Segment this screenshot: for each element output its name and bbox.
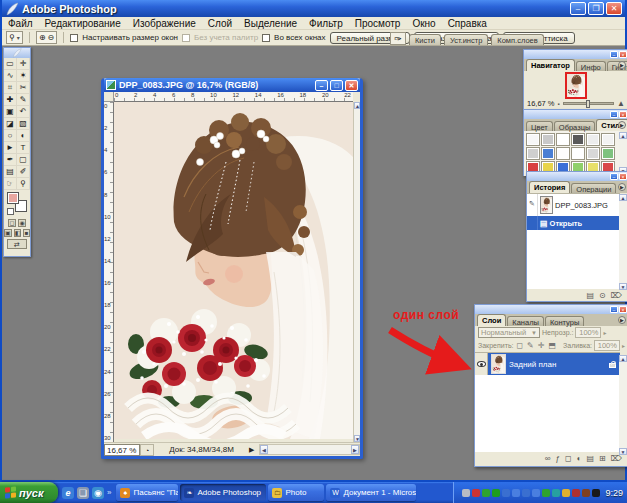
- tray-icon[interactable]: [462, 489, 470, 497]
- foreground-color-swatch[interactable]: [7, 192, 19, 204]
- vertical-scrollbar[interactable]: ▲ ▼: [353, 102, 360, 442]
- tab-brushes[interactable]: Кисти: [409, 34, 441, 45]
- styles-scrollbar[interactable]: ▲ ▼: [619, 132, 627, 174]
- menu-window[interactable]: Окно: [406, 18, 441, 29]
- tool-lasso[interactable]: ∿: [4, 70, 17, 82]
- tool-magic-wand[interactable]: ✶: [17, 70, 30, 82]
- layer-group-icon[interactable]: ▤: [586, 454, 594, 463]
- lock-all-icon[interactable]: ⬒: [549, 341, 557, 350]
- clock[interactable]: 9:29: [605, 488, 623, 498]
- tool-notes[interactable]: ▤: [4, 166, 17, 178]
- tray-icon[interactable]: [582, 489, 590, 497]
- fullscreen-button[interactable]: ■: [23, 229, 30, 237]
- opacity-arrow-icon[interactable]: ▸: [603, 329, 606, 336]
- doc-close-button[interactable]: ✕: [345, 80, 358, 91]
- fill-arrow-icon[interactable]: ▸: [622, 342, 625, 349]
- menu-image[interactable]: Изображение: [127, 18, 202, 29]
- standard-screen-button[interactable]: ▣: [4, 229, 12, 237]
- palette-close-icon[interactable]: ×: [619, 51, 627, 58]
- imageready-button[interactable]: ⇄: [7, 239, 27, 249]
- scroll-up-icon[interactable]: ▲: [619, 355, 627, 362]
- tab-tool-presets[interactable]: Уст.инстр: [444, 34, 488, 45]
- palette-close-icon[interactable]: ×: [619, 111, 627, 118]
- zoom-level-field[interactable]: 16,67 %: [104, 444, 140, 456]
- layer-mask-icon[interactable]: ◻: [565, 454, 572, 463]
- scroll-down-icon[interactable]: ▼: [619, 448, 627, 455]
- navigator-preview[interactable]: [524, 71, 627, 99]
- tray-icon[interactable]: [512, 489, 520, 497]
- tray-icon[interactable]: [592, 489, 600, 497]
- minimize-button[interactable]: –: [570, 2, 586, 15]
- menu-file[interactable]: Файл: [2, 18, 39, 29]
- fill-field[interactable]: 100%: [594, 340, 620, 351]
- zoom-in-large-icon[interactable]: ▲: [617, 99, 625, 108]
- zoom-in-button[interactable]: ⊕: [39, 33, 46, 42]
- lock-position-icon[interactable]: ✛: [538, 341, 545, 350]
- layers-scrollbar[interactable]: ▲ ▼: [619, 355, 627, 455]
- tool-clone-stamp[interactable]: ▣: [4, 106, 17, 118]
- menu-select[interactable]: Выделение: [238, 18, 303, 29]
- zoom-all-windows-checkbox[interactable]: [262, 34, 270, 42]
- chevron-down-icon[interactable]: ▾: [17, 34, 20, 41]
- style-swatch[interactable]: [571, 133, 585, 146]
- current-tool-well[interactable]: ⚲ ▾: [6, 31, 23, 44]
- palette-menu-icon[interactable]: ▶: [618, 121, 626, 129]
- palette-minimize-icon[interactable]: –: [610, 173, 618, 180]
- navigator-zoom-value[interactable]: 16,67 %: [527, 99, 555, 108]
- media-player-icon[interactable]: ◉: [92, 487, 104, 499]
- layer-row-background[interactable]: Задний план: [475, 353, 620, 375]
- layer-style-icon[interactable]: ƒ: [555, 454, 559, 463]
- history-state-row[interactable]: ▤ Открыть: [527, 216, 620, 230]
- menu-layer[interactable]: Слой: [202, 18, 238, 29]
- tab-navigator[interactable]: Навигатор: [526, 59, 575, 71]
- tray-icon[interactable]: [492, 489, 500, 497]
- visibility-cell[interactable]: [475, 353, 488, 375]
- status-menu-arrow-icon[interactable]: ▶: [249, 446, 259, 454]
- tool-shape[interactable]: ▢: [17, 154, 30, 166]
- lock-transparency-icon[interactable]: ◻: [516, 341, 523, 350]
- style-swatch[interactable]: [526, 147, 540, 160]
- tab-layer-comps[interactable]: Комп.слоев: [491, 34, 543, 45]
- menu-filter[interactable]: Фильтр: [303, 18, 349, 29]
- navigator-view-box[interactable]: [565, 72, 587, 99]
- tray-icon[interactable]: [562, 489, 570, 497]
- tab-channels[interactable]: Каналы: [507, 316, 544, 326]
- palette-close-icon[interactable]: ×: [619, 173, 627, 180]
- eye-icon[interactable]: [477, 361, 486, 367]
- tab-paths[interactable]: Контуры: [545, 316, 584, 326]
- tool-type[interactable]: T: [17, 142, 30, 154]
- tool-marquee[interactable]: ▭: [4, 58, 17, 70]
- tool-healing-brush[interactable]: ✚: [4, 94, 17, 106]
- start-button[interactable]: пуск: [0, 482, 58, 503]
- tab-swatches[interactable]: Образцы: [554, 121, 596, 131]
- menu-help[interactable]: Справка: [442, 18, 493, 29]
- scroll-up-icon[interactable]: ▲: [619, 132, 627, 139]
- link-layers-icon[interactable]: ∞: [545, 454, 551, 463]
- title-bar[interactable]: Adobe Photoshop – ❐ ✕: [2, 0, 625, 17]
- task-word-document[interactable]: W Документ 1 - Microso...: [326, 484, 416, 501]
- default-colors-icon[interactable]: [7, 208, 14, 215]
- scroll-down-icon[interactable]: ▼: [354, 435, 360, 442]
- tab-actions[interactable]: Операции: [571, 183, 616, 193]
- file-browser-icon[interactable]: ✑: [390, 32, 406, 45]
- tool-brush[interactable]: ✎: [17, 94, 30, 106]
- tool-eraser[interactable]: ◪: [4, 118, 17, 130]
- standard-mode-button[interactable]: ◻: [8, 219, 16, 227]
- palette-minimize-icon[interactable]: –: [610, 51, 618, 58]
- tool-path-select[interactable]: ►: [4, 142, 17, 154]
- new-snapshot-icon[interactable]: ⊙: [599, 291, 606, 300]
- new-document-from-state-icon[interactable]: ▤: [586, 291, 594, 300]
- style-swatch[interactable]: [601, 133, 615, 146]
- resize-windows-checkbox[interactable]: [70, 34, 78, 42]
- tool-eyedropper[interactable]: ✐: [17, 166, 30, 178]
- palette-close-icon[interactable]: ×: [619, 306, 627, 313]
- scroll-left-icon[interactable]: ◀: [260, 445, 268, 454]
- style-swatch[interactable]: [556, 147, 570, 160]
- horizontal-scrollbar[interactable]: ◀ ▶: [259, 444, 360, 455]
- scroll-up-icon[interactable]: ▲: [619, 194, 627, 201]
- menu-view[interactable]: Просмотр: [349, 18, 407, 29]
- delete-layer-icon[interactable]: ⌦: [611, 454, 622, 463]
- scroll-right-icon[interactable]: ▶: [351, 445, 359, 454]
- zoom-out-small-icon[interactable]: ▪: [558, 101, 560, 107]
- document-title-bar[interactable]: DPP_0083.JPG @ 16,7% (RGB/8) – □ ✕: [104, 78, 360, 92]
